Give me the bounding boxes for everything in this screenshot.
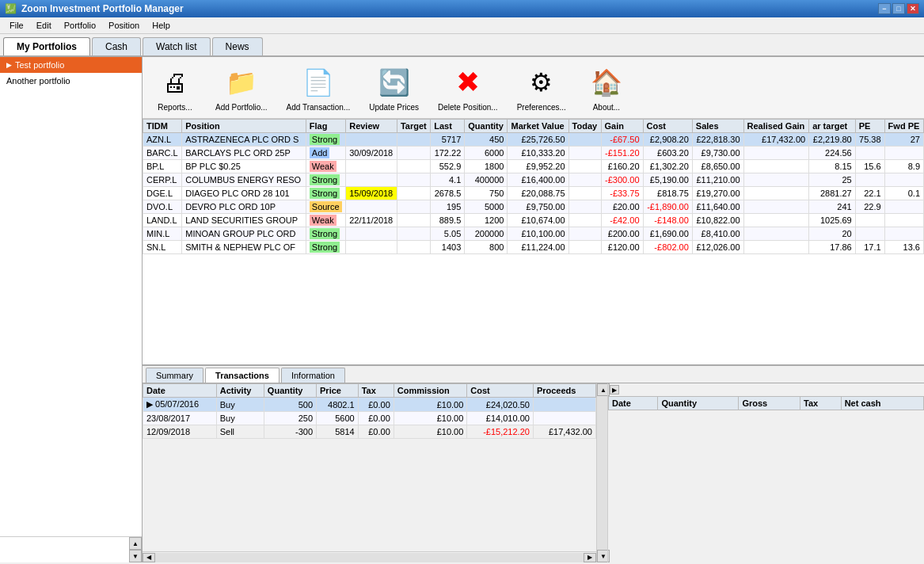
cell-realised-gain [743,241,809,254]
cell-gain: £160.20 [601,160,643,173]
cell-fwd-pe [884,200,923,214]
cell-target [397,200,430,214]
update-prices-button[interactable]: 🔄 Update Prices [363,62,425,113]
cell-sales: £8,650.00 [692,160,743,173]
toolbar: 🖨 Reports... 📁 Add Portfolio... 📄 Add Tr… [143,57,924,119]
trans-cell-date: ▶ 05/07/2016 [143,398,217,412]
cell-pe: 17.1 [855,241,884,254]
cell-target [397,173,430,187]
cell-review [346,241,397,254]
hscroll-right[interactable]: ▶ [584,553,596,562]
tab-cash[interactable]: Cash [92,37,141,55]
add-portfolio-button[interactable]: 📁 Add Portfolio... [209,62,274,113]
cell-cost: £818.75 [643,187,692,200]
cell-pe: 22.9 [855,200,884,214]
delete-position-button[interactable]: ✖ Delete Position... [432,62,504,113]
cell-quantity: 800 [465,241,508,254]
col-position: Position [182,120,306,133]
transactions-vscroll[interactable]: ▲ ▼ [596,383,607,562]
tab-transactions[interactable]: Transactions [205,368,279,383]
trans-cell-tax: £0.00 [358,398,394,412]
add-transaction-label: Add Transaction... [287,103,351,112]
portfolio-item-test[interactable]: Test portfolio [0,57,142,73]
home-icon: 🏠 [587,63,626,101]
transactions-hscroll[interactable]: ◀ ▶ [143,551,596,562]
trans-cell-quantity: -300 [264,425,316,439]
add-transaction-button[interactable]: 📄 Add Transaction... [280,62,357,113]
cell-cost: -£148.00 [643,214,692,227]
cell-tidm: CERP.L [143,173,182,187]
menu-portfolio[interactable]: Portfolio [58,19,102,32]
cell-realised-gain [743,160,809,173]
tab-summary[interactable]: Summary [146,368,203,383]
cell-last: 1403 [431,241,465,254]
table-row[interactable]: BARC.L BARCLAYS PLC ORD 25P Add 30/09/20… [143,147,924,160]
cell-flag: Weak [306,214,345,227]
table-row[interactable]: CERP.L COLUMBUS ENERGY RESO Strong 4.1 4… [143,173,924,187]
cell-ar-target: 17.86 [809,241,856,254]
trans-cell-tax: £0.00 [358,425,394,439]
scroll-up-arrow[interactable]: ▲ [129,537,142,550]
cell-market-value: £9,952.20 [508,160,568,173]
cell-pe [855,147,884,160]
cell-quantity: 400000 [465,173,508,187]
cell-fwd-pe [884,227,923,241]
cell-position: DEVRO PLC ORD 10P [182,200,306,214]
menu-help[interactable]: Help [146,19,177,32]
portfolio-panel: Test portfolio Another portfolio ▲ ▼ [0,57,143,562]
cell-gain: -£300.00 [601,173,643,187]
tab-my-portfolios[interactable]: My Portfolios [3,37,90,55]
reports-button[interactable]: 🖨 Reports... [147,62,203,113]
table-row[interactable]: MIN.L MINOAN GROUP PLC ORD Strong 5.05 2… [143,227,924,241]
transaction-row[interactable]: 12/09/2018 Sell -300 5814 £0.00 £10.00 -… [143,425,596,439]
table-row[interactable]: SN.L SMITH & NEPHEW PLC OF Strong 1403 8… [143,241,924,254]
title-bar: 💹 Zoom Investment Portfolio Manager − □ … [0,0,924,17]
menu-edit[interactable]: Edit [30,19,58,32]
positions-table-container[interactable]: TIDM Position Flag Review Target Last Qu… [143,119,924,364]
portfolio-item-another[interactable]: Another portfolio [0,73,142,89]
cell-today [568,187,601,200]
menu-position[interactable]: Position [102,19,146,32]
menu-file[interactable]: File [3,19,30,32]
tab-watch-list[interactable]: Watch list [143,37,211,55]
table-row[interactable]: DGE.L DIAGEO PLC ORD 28 101 Strong 15/09… [143,187,924,200]
table-row[interactable]: LAND.L LAND SECURITIES GROUP Weak 22/11/… [143,214,924,227]
cell-sales: £22,818.30 [692,133,743,147]
maximize-button[interactable]: □ [892,3,905,14]
tab-news[interactable]: News [212,37,263,55]
close-button[interactable]: ✕ [907,3,919,14]
trans-cell-proceeds [533,412,595,425]
cell-tidm: BARC.L [143,147,182,160]
table-row[interactable]: AZN.L ASTRAZENECA PLC ORD S Strong 5717 … [143,133,924,147]
table-row[interactable]: DVO.L DEVRO PLC ORD 10P Source 195 5000 … [143,200,924,214]
trans-cell-commission: £10.00 [394,398,467,412]
cell-market-value: £10,674.00 [508,214,568,227]
tab-information[interactable]: Information [281,368,345,383]
cell-position: SMITH & NEPHEW PLC OF [182,241,306,254]
cell-flag: Weak [306,160,345,173]
trans-cell-price: 5600 [317,412,359,425]
table-row[interactable]: BP.L BP PLC $0.25 Weak 552.9 1800 £9,952… [143,160,924,173]
table-header-row: TIDM Position Flag Review Target Last Qu… [143,120,924,133]
document-icon: 📄 [299,63,337,101]
scroll-down-arrow[interactable]: ▼ [129,550,142,562]
trans-cell-cost: £24,020.50 [467,398,534,412]
positions-table: TIDM Position Flag Review Target Last Qu… [143,119,924,254]
transaction-row[interactable]: ▶ 05/07/2016 Buy 500 4802.1 £0.00 £10.00… [143,398,596,412]
transaction-row[interactable]: 23/08/2017 Buy 250 5600 £0.00 £10.00 £14… [143,412,596,425]
minimize-button[interactable]: − [878,3,891,14]
cell-position: DIAGEO PLC ORD 28 101 [182,187,306,200]
cell-last: 2678.5 [431,187,465,200]
cell-market-value: £9,750.00 [508,200,568,214]
cell-cost: £1,302.20 [643,160,692,173]
cell-target [397,133,430,147]
hscroll-left[interactable]: ◀ [143,553,155,562]
cell-market-value: £11,224.00 [508,241,568,254]
cell-sales: £19,270.00 [692,187,743,200]
cell-flag: Strong [306,187,345,200]
preferences-button[interactable]: ⚙ Preferences... [511,62,572,113]
cell-today [568,173,601,187]
cell-ar-target: 2881.27 [809,187,856,200]
about-button[interactable]: 🏠 About... [579,62,634,113]
expand-arrow[interactable]: ▶ [610,385,619,394]
